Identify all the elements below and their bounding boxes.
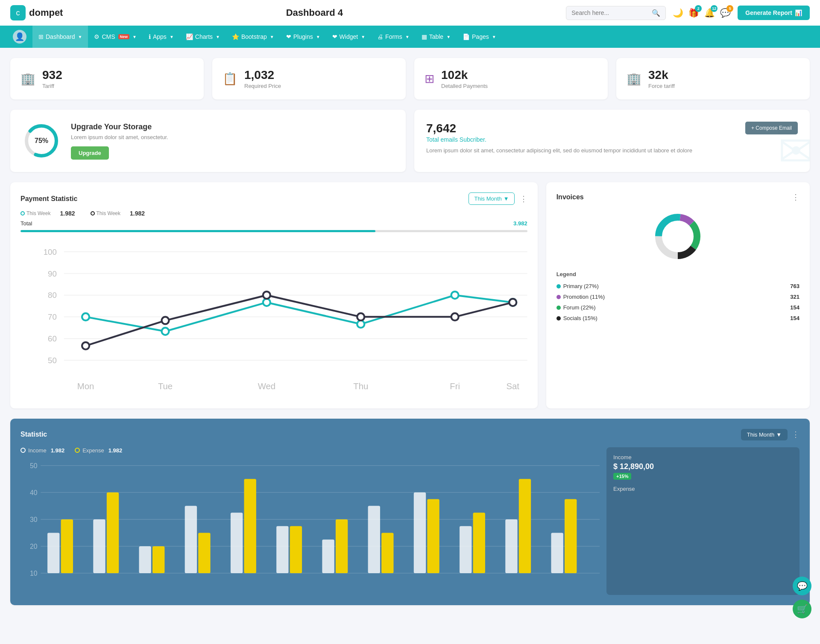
svg-text:50: 50 (30, 462, 38, 469)
gift-badge: 2 (695, 5, 702, 12)
svg-text:Fri: Fri (450, 382, 460, 391)
cms-new-badge: New (118, 34, 130, 39)
charts-arrow: ▼ (216, 35, 220, 39)
svg-text:70: 70 (48, 312, 57, 321)
invoices-legend-header: Legend (556, 271, 800, 277)
nav-avatar[interactable]: 👤 (7, 26, 32, 48)
logo-icon: c (10, 5, 26, 20)
bar (61, 519, 73, 573)
forum-dot (556, 306, 561, 310)
invoices-header: Invoices ⋮ (556, 192, 800, 202)
required-price-label: Required Price (244, 83, 281, 89)
float-cart-button[interactable]: 🛒 (793, 600, 811, 615)
income-panel-amount: $ 12,890,00 (613, 462, 793, 471)
statistic-header: Statistic This Month ▼ ⋮ (20, 429, 800, 440)
nav-label-pages: Pages (472, 33, 489, 40)
svg-point-37 (665, 224, 691, 249)
statistic-dropdown-icon: ▼ (776, 431, 782, 438)
search-box[interactable]: 🔍 (566, 6, 666, 20)
bar (231, 513, 243, 573)
svg-text:20: 20 (30, 543, 38, 550)
generate-report-button[interactable]: Generate Report 📊 (738, 6, 810, 20)
svg-text:100: 100 (44, 248, 57, 256)
income-badge: +15% (613, 473, 631, 480)
income-dot (20, 448, 26, 453)
force-tariff-icon: 🏢 (627, 72, 641, 86)
email-card-top: 7,642 Total emails Subcriber. Lorem ipsu… (426, 122, 798, 154)
expense-legend-value: 1.982 (108, 447, 123, 454)
bar-chart-area: Income 1.982 Expense 1.982 (20, 447, 600, 595)
gift-button[interactable]: 🎁2 (688, 8, 699, 18)
gen-report-label: Generate Report (745, 9, 792, 16)
bar (198, 533, 210, 573)
nav: 👤 ⊞ Dashboard ▼ ⚙ CMS New ▼ ℹ Apps ▼ 📈 C… (0, 26, 820, 48)
statistic-this-month-button[interactable]: This Month ▼ (741, 429, 788, 440)
forms-icon: 🖨 (377, 33, 383, 40)
pages-arrow: ▼ (492, 35, 496, 39)
bar (290, 526, 302, 573)
payment-progress-bar (20, 230, 527, 232)
legend-label-2: This Week (97, 210, 120, 216)
total-value: 3.982 (513, 220, 527, 227)
bell-button[interactable]: 🔔12 (704, 8, 715, 18)
nav-item-plugins[interactable]: ❤ Plugins ▼ (280, 26, 326, 48)
email-card: 7,642 Total emails Subcriber. Lorem ipsu… (414, 110, 810, 172)
income-legend: Income 1.982 (20, 447, 64, 454)
nav-item-charts[interactable]: 📈 Charts ▼ (180, 26, 226, 48)
nav-item-widget[interactable]: ❤ Widget ▼ (326, 26, 371, 48)
float-chat-button[interactable]: 💬 (793, 577, 811, 595)
nav-label-cms: CMS (102, 33, 115, 40)
bar (185, 506, 197, 573)
dashboard-arrow: ▼ (78, 35, 82, 39)
widget-arrow: ▼ (361, 35, 365, 39)
nav-item-cms[interactable]: ⚙ CMS New ▼ (88, 26, 143, 48)
svg-point-20 (82, 342, 89, 350)
bar (139, 546, 151, 573)
legend-dot-2 (91, 211, 95, 216)
tariff-number: 932 (42, 68, 62, 82)
nav-item-dashboard[interactable]: ⊞ Dashboard ▼ (32, 26, 88, 48)
bar (505, 519, 517, 573)
tariff-icon: 🏢 (20, 72, 35, 86)
svg-point-24 (451, 313, 459, 321)
svg-text:90: 90 (48, 269, 57, 278)
invoices-more-button[interactable]: ⋮ (792, 192, 800, 202)
line-chart: 100 90 80 70 60 50 (20, 237, 527, 398)
bar (93, 519, 105, 573)
avatar: 👤 (13, 30, 26, 44)
stat-card-required-price: 📋 1,032 Required Price (212, 58, 406, 99)
svg-point-15 (162, 328, 169, 335)
nav-item-apps[interactable]: ℹ Apps ▼ (143, 26, 180, 48)
bottom-row: Payment Statistic This Month ▼ ⋮ This We… (10, 182, 810, 408)
nav-item-forms[interactable]: 🖨 Forms ▼ (371, 26, 416, 48)
svg-point-22 (263, 291, 270, 299)
chat-button[interactable]: 💬5 (720, 8, 731, 18)
legend-value-2: 1.982 (130, 210, 145, 217)
this-month-button[interactable]: This Month ▼ (469, 192, 514, 205)
socials-label: Socials (15%) (563, 315, 597, 321)
plugins-arrow: ▼ (316, 35, 320, 39)
nav-item-table[interactable]: ▦ Table ▼ (416, 26, 457, 48)
expense-legend-label: Expense (82, 447, 104, 454)
bar (381, 533, 393, 573)
svg-text:Sat: Sat (506, 382, 519, 391)
svg-text:Wed: Wed (258, 382, 275, 391)
detailed-payments-number: 102k (441, 68, 488, 82)
search-input[interactable] (571, 9, 648, 16)
svg-point-25 (509, 299, 516, 306)
bell-badge: 12 (711, 5, 718, 12)
table-icon: ▦ (422, 33, 427, 40)
primary-value: 763 (790, 283, 800, 289)
svg-text:60: 60 (48, 334, 57, 343)
upgrade-button[interactable]: Upgrade (71, 146, 109, 160)
payment-more-button[interactable]: ⋮ (520, 194, 527, 204)
svg-text:10: 10 (30, 570, 38, 577)
svg-point-18 (451, 291, 459, 299)
primary-dot (556, 284, 561, 288)
detailed-payments-icon: ⊞ (425, 72, 434, 86)
moon-button[interactable]: 🌙 (673, 8, 683, 18)
statistic-more-button[interactable]: ⋮ (792, 430, 800, 439)
nav-item-pages[interactable]: 📄 Pages ▼ (457, 26, 502, 48)
nav-item-bootstrap[interactable]: ⭐ Bootstrap ▼ (226, 26, 280, 48)
nav-label-table: Table (429, 33, 443, 40)
